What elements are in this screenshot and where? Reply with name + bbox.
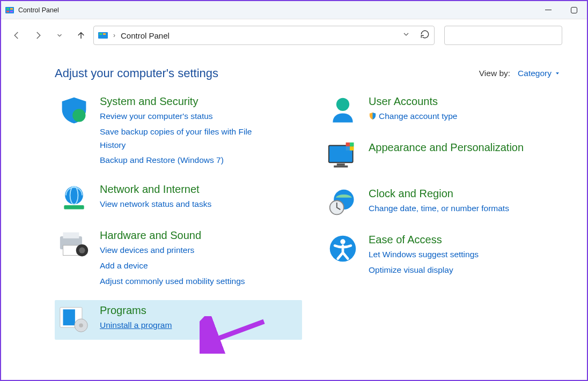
svg-rect-26: [346, 143, 350, 146]
category-system-security[interactable]: System and Security Review your computer…: [55, 91, 302, 173]
category-appearance[interactable]: Appearance and Personalization: [324, 137, 571, 177]
programs-icon: [58, 304, 90, 334]
svg-rect-5: [98, 32, 108, 39]
category-hardware[interactable]: Hardware and Sound View devices and prin…: [55, 225, 302, 293]
category-clock-region[interactable]: Clock and Region Change date, time, or n…: [324, 183, 571, 223]
category-link[interactable]: View devices and printers: [100, 244, 245, 257]
category-link[interactable]: Change account type: [369, 110, 458, 123]
category-title[interactable]: Clock and Region: [369, 188, 509, 200]
printer-icon: [58, 229, 90, 259]
svg-rect-4: [10, 11, 13, 12]
search-input[interactable]: [444, 26, 562, 45]
monitor-icon: [327, 141, 359, 171]
svg-rect-0: [5, 7, 14, 13]
svg-point-9: [65, 186, 83, 205]
nav-row: › Control Panel: [1, 19, 587, 51]
svg-point-33: [340, 239, 345, 244]
window-title: Control Panel: [18, 6, 59, 14]
maximize-button[interactable]: [569, 5, 579, 16]
category-ease-of-access[interactable]: Ease of Access Let Windows suggest setti…: [324, 229, 571, 282]
view-by-dropdown[interactable]: Category: [518, 69, 560, 78]
accessibility-icon: [327, 234, 359, 264]
svg-rect-3: [6, 11, 9, 12]
category-title[interactable]: User Accounts: [369, 95, 458, 108]
recent-button[interactable]: [54, 29, 65, 41]
link-text: Change account type: [379, 111, 458, 121]
category-title[interactable]: Appearance and Personalization: [369, 141, 524, 154]
svg-rect-13: [63, 233, 79, 238]
category-link[interactable]: Save backup copies of your files with Fi…: [100, 125, 271, 152]
shield-icon: [58, 95, 90, 125]
category-link[interactable]: View network status and tasks: [100, 198, 211, 211]
category-title[interactable]: Network and Internet: [100, 183, 211, 196]
uninstall-program-link[interactable]: Uninstall a program: [100, 319, 172, 332]
category-link[interactable]: Change date, time, or number formats: [369, 202, 509, 215]
category-grid: System and Security Review your computer…: [1, 86, 587, 340]
category-network[interactable]: Network and Internet View network status…: [55, 179, 302, 219]
globe-icon: [58, 183, 90, 213]
forward-button[interactable]: [32, 29, 44, 41]
category-link[interactable]: Review your computer's status: [100, 110, 271, 123]
minimize-button[interactable]: [543, 5, 554, 16]
category-title[interactable]: System and Security: [100, 95, 271, 108]
svg-rect-1: [6, 8, 9, 10]
category-programs[interactable]: Programs Uninstall a program: [55, 300, 302, 340]
address-icon: [98, 31, 108, 40]
svg-rect-28: [346, 146, 350, 150]
svg-point-8: [72, 109, 85, 122]
refresh-icon[interactable]: [420, 29, 430, 41]
category-link[interactable]: Add a device: [100, 259, 245, 273]
svg-point-20: [79, 323, 83, 327]
titlebar: Control Panel: [1, 1, 587, 19]
svg-rect-11: [64, 205, 84, 209]
category-user-accounts[interactable]: User Accounts Change account type: [324, 91, 571, 131]
svg-point-16: [79, 248, 85, 253]
clock-globe-icon: [327, 188, 359, 218]
view-by-label: View by:: [479, 69, 510, 78]
svg-rect-6: [99, 33, 102, 35]
category-title[interactable]: Hardware and Sound: [100, 229, 245, 242]
up-button[interactable]: [75, 29, 87, 41]
user-icon: [327, 95, 359, 125]
breadcrumb[interactable]: Control Panel: [121, 31, 170, 40]
svg-rect-29: [350, 146, 354, 150]
breadcrumb-sep: ›: [113, 32, 115, 39]
view-by: View by: Category: [479, 69, 565, 78]
svg-point-21: [336, 98, 349, 111]
back-button[interactable]: [11, 29, 23, 41]
svg-rect-7: [103, 33, 106, 35]
category-link[interactable]: Backup and Restore (Windows 7): [100, 154, 271, 167]
category-title[interactable]: Ease of Access: [369, 234, 479, 246]
svg-rect-24: [337, 163, 345, 166]
uac-shield-icon: [369, 111, 377, 119]
svg-rect-18: [63, 309, 75, 325]
address-bar[interactable]: › Control Panel: [93, 26, 435, 45]
category-title[interactable]: Programs: [100, 304, 172, 317]
view-by-value: Category: [518, 69, 552, 78]
address-dropdown-icon[interactable]: [402, 30, 410, 41]
svg-rect-25: [334, 166, 348, 168]
svg-rect-27: [350, 143, 354, 146]
category-link[interactable]: Optimize visual display: [369, 264, 479, 277]
page-title: Adjust your computer's settings: [55, 66, 218, 80]
category-link[interactable]: Adjust commonly used mobility settings: [100, 275, 245, 288]
svg-rect-2: [10, 8, 13, 10]
category-link[interactable]: Let Windows suggest settings: [369, 248, 479, 262]
control-panel-icon: [5, 6, 14, 14]
